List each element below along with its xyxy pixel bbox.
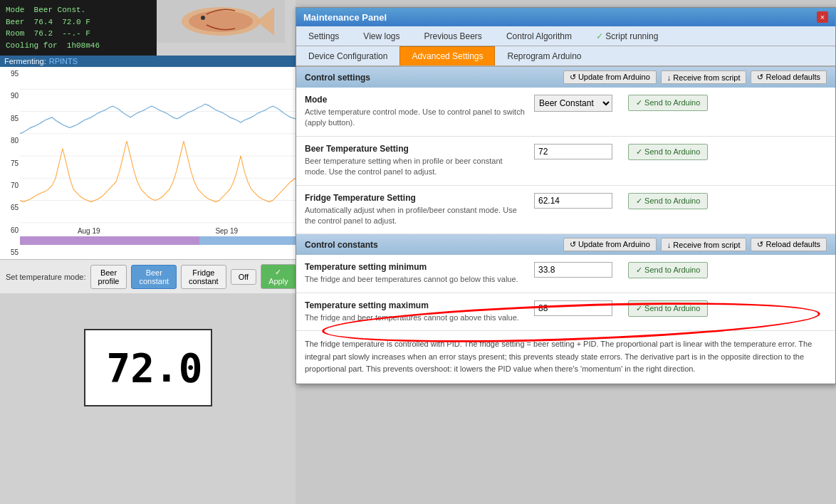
tab-view-logs[interactable]: View logs (351, 26, 412, 46)
x-label-aug19: Aug 19 (78, 227, 100, 235)
mode-setting-row: Mode Active temperature control mode. Us… (296, 88, 835, 137)
receive-from-script-btn-2[interactable]: ↓ Receive from script (661, 238, 747, 251)
y-label-90: 90 (1, 92, 19, 100)
modal-title: Maintenance Panel (303, 12, 387, 23)
modal-tabs-top: Settings View logs Previous Beers Contro… (296, 26, 835, 46)
lcd-line4: Cooling for 1h08m46 (6, 40, 151, 52)
temp-max-setting-row: Temperature setting maximum The fridge a… (296, 293, 835, 331)
tab-previous-beers[interactable]: Previous Beers (412, 26, 494, 46)
mode-label-col: Mode Active temperature control mode. Us… (305, 95, 526, 129)
maintenance-modal: Maintenance Panel × Settings View logs P… (296, 7, 836, 384)
temp-min-setting-desc: The fridge and beer temperatures cannot … (305, 274, 526, 285)
control-constants-buttons: ↺ Update from Arduino ↓ Receive from scr… (563, 238, 827, 251)
temp-mode-label: Set temperature mode: (6, 273, 86, 281)
mode-input-col: Beer Profile Beer Constant Fridge Consta… (534, 95, 620, 112)
fridge-temp-setting-row: Fridge Temperature Setting Automatically… (296, 186, 835, 235)
fish-logo (164, 0, 278, 43)
beer-temp-input[interactable] (534, 144, 612, 159)
y-label-85: 85 (1, 115, 19, 122)
update-from-arduino-btn-2[interactable]: ↺ Update from Arduino (563, 238, 657, 251)
x-label-sep19: Sep 19 (215, 227, 238, 235)
control-settings-header: Control settings ↺ Update from Arduino ↓… (296, 67, 835, 88)
temp-max-setting-name: Temperature setting maximum (305, 300, 526, 310)
control-constants-label: Control constants (305, 240, 378, 250)
lcd-line3: Room 76.2 --.- F (6, 28, 151, 40)
update-from-arduino-btn-1[interactable]: ↺ Update from Arduino (563, 70, 657, 84)
y-label-55: 55 (1, 248, 19, 256)
temp-max-setting-desc: The fridge and beer temperatures cannot … (305, 313, 526, 323)
fridge-temp-input[interactable] (534, 193, 612, 209)
beer-temp-send-btn[interactable]: Send to Arduino (628, 144, 708, 160)
left-panel: Mode Beer Const. Beer 76.4 72.0 F Room 7… (0, 0, 296, 504)
tab-script-running[interactable]: Script running (584, 26, 670, 46)
lcd-line2: Beer 76.4 72.0 F (6, 16, 151, 28)
temp-mode-bar: Set temperature mode: Beer profile Beer … (0, 259, 296, 293)
mode-select[interactable]: Beer Profile Beer Constant Fridge Consta… (534, 95, 612, 112)
fermenting-label: Fermenting: (4, 57, 46, 65)
beer-temp-setting-row: Beer Temperature Setting Beer temperatur… (296, 137, 835, 186)
receive-from-script-btn-1[interactable]: ↓ Receive from script (661, 70, 747, 84)
fridge-temp-setting-desc: Automatically adjust when in profile/bee… (305, 205, 526, 227)
y-label-80: 80 (1, 137, 19, 145)
temp-min-input-col (534, 262, 620, 278)
temp-min-input[interactable] (534, 262, 612, 278)
chart-area: 95 90 85 80 75 70 65 60 55 (0, 67, 296, 259)
lcd-display: Mode Beer Const. Beer 76.4 72.0 F Room 7… (0, 0, 157, 56)
tab-advanced-settings[interactable]: Advanced Settings (399, 46, 495, 65)
fridge-temp-input-col (534, 193, 620, 209)
fridge-temp-label-col: Fridge Temperature Setting Automatically… (305, 193, 526, 227)
modal-close-button[interactable]: × (817, 11, 828, 23)
fridge-temp-setting-name: Fridge Temperature Setting (305, 193, 526, 203)
tab-device-config[interactable]: Device Configuration (296, 46, 399, 65)
beer-profile-button[interactable]: Beer profile (90, 265, 127, 289)
mode-setting-name: Mode (305, 95, 526, 105)
chart-y-axis: 95 90 85 80 75 70 65 60 55 (0, 67, 20, 259)
fermenting-link[interactable]: RPINTS (49, 57, 78, 65)
control-constants-header: Control constants ↺ Update from Arduino … (296, 234, 835, 255)
tab-control-algorithm[interactable]: Control Algorithm (494, 26, 584, 46)
pid-info-text: The fridge temperature is controlled wit… (296, 331, 835, 384)
mode-setting-desc: Active temperature control mode. Use to … (305, 107, 526, 129)
fridge-constant-button[interactable]: Fridge constant (181, 265, 226, 289)
reload-defaults-btn-1[interactable]: ↺ Reload defaults (751, 70, 827, 84)
fridge-temp-send-btn[interactable]: Send to Arduino (628, 193, 708, 209)
mode-send-btn[interactable]: Send to Arduino (628, 95, 708, 111)
beer-temp-label-col: Beer Temperature Setting Beer temperatur… (305, 144, 526, 178)
temp-max-input[interactable] (534, 300, 612, 316)
svg-marker-2 (256, 7, 274, 36)
temp-min-setting-row: Temperature setting minimum The fridge a… (296, 255, 835, 293)
svg-point-3 (201, 16, 205, 20)
tab-settings[interactable]: Settings (296, 26, 351, 46)
temp-max-input-col (534, 300, 620, 316)
modal-body: Control settings ↺ Update from Arduino ↓… (296, 67, 835, 384)
beer-constant-button[interactable]: Beer constant (131, 265, 177, 289)
chart-svg (20, 67, 296, 245)
modal-titlebar: Maintenance Panel × (296, 8, 835, 26)
beer-temp-setting-desc: Beer temperature setting when in profile… (305, 156, 526, 178)
control-settings-label: Control settings (305, 73, 370, 83)
y-label-75: 75 (1, 159, 19, 167)
temp-max-send-btn[interactable]: Send to Arduino (628, 300, 708, 317)
control-settings-buttons: ↺ Update from Arduino ↓ Receive from scr… (563, 70, 827, 84)
chart-canvas: Aug 19 Sep 19 (20, 67, 296, 245)
off-button[interactable]: Off (231, 269, 256, 285)
beer-temp-input-col (534, 144, 620, 159)
tab-reprogram-arduino[interactable]: Reprogram Arduino (495, 46, 593, 65)
modal-tabs-bottom: Device Configuration Advanced Settings R… (296, 46, 835, 67)
fermenting-bar: Fermenting: RPINTS (0, 56, 296, 67)
y-label-95: 95 (1, 70, 19, 78)
apply-button[interactable]: ✓ Apply (261, 264, 296, 289)
temp-min-label-col: Temperature setting minimum The fridge a… (305, 262, 526, 285)
beer-temp-setting-name: Beer Temperature Setting (305, 144, 526, 154)
y-label-70: 70 (1, 182, 19, 189)
temp-min-send-btn[interactable]: Send to Arduino (628, 262, 708, 278)
lcd-line1: Mode Beer Const. (6, 4, 151, 16)
big-temp-display: 72.0 (84, 329, 212, 406)
big-temp-value: 72.0 (107, 345, 203, 391)
temp-min-setting-name: Temperature setting minimum (305, 262, 526, 272)
reload-defaults-btn-2[interactable]: ↺ Reload defaults (751, 238, 827, 251)
y-label-65: 65 (1, 204, 19, 211)
temp-max-label-col: Temperature setting maximum The fridge a… (305, 300, 526, 323)
y-label-60: 60 (1, 226, 19, 234)
